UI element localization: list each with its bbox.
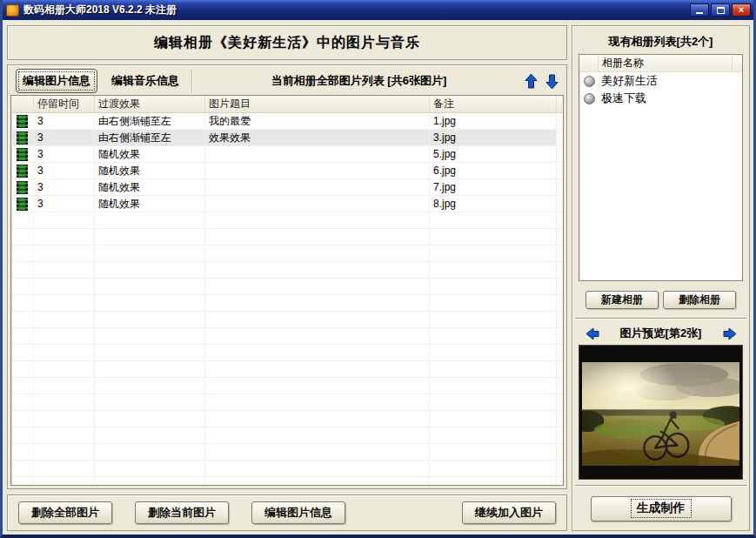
new-album-button[interactable]: 新建相册 <box>585 291 659 309</box>
delete-all-images-button[interactable]: 删除全部图片 <box>18 501 112 524</box>
window-controls: × <box>690 3 751 17</box>
table-row-empty <box>11 328 563 345</box>
right-arrow-icon <box>723 328 736 340</box>
film-strip-icon <box>17 131 28 145</box>
column-header-transition[interactable]: 过渡效果 <box>95 96 205 112</box>
title-bar: 数码相册大师2018 V6.2.2 未注册 × <box>3 0 753 20</box>
album-sphere-icon <box>584 93 595 104</box>
move-up-button[interactable] <box>520 71 541 91</box>
image-list-caption: 当前相册全部图片列表 [共6张图片] <box>197 73 520 89</box>
album-header-tail <box>732 55 742 71</box>
cell-note: 6.jpg <box>430 163 557 179</box>
film-strip-icon <box>17 198 28 211</box>
table-row[interactable]: 3由右侧渐铺至左效果效果3.jpg <box>11 130 563 146</box>
cell-title <box>205 163 430 179</box>
cell-title <box>205 146 430 163</box>
cell-transition: 随机效果 <box>95 196 205 212</box>
page-title: 编辑相册《美好新生活》中的图片与音乐 <box>7 25 567 60</box>
table-row[interactable]: 3由右侧渐铺至左我的最爱1.jpg <box>11 113 563 130</box>
left-column: 编辑相册《美好新生活》中的图片与音乐 编辑图片信息 编辑音乐信息 当前相册全部图… <box>7 25 567 531</box>
film-strip-icon <box>17 148 28 161</box>
left-arrow-icon <box>586 328 599 340</box>
table-row-empty <box>11 245 563 262</box>
edit-image-info-button[interactable]: 编辑图片信息 <box>251 501 345 524</box>
table-row-empty <box>11 477 563 486</box>
generate-button[interactable]: 生成制作 <box>591 496 732 521</box>
previous-image-button[interactable] <box>582 324 603 343</box>
column-header-icon <box>11 96 34 112</box>
tab-edit-music-info[interactable]: 编辑音乐信息 <box>108 71 183 91</box>
cell-title <box>205 196 430 212</box>
tab-edit-image-info[interactable]: 编辑图片信息 <box>16 69 97 93</box>
bottom-action-bar: 删除全部图片 删除当前图片 编辑图片信息 继续加入图片 <box>7 494 567 531</box>
table-row[interactable]: 3随机效果5.jpg <box>11 146 563 163</box>
cell-stay-time: 3 <box>34 196 95 212</box>
album-list-panel: 现有相册列表[共2个] 相册名称 美好新生活极速下载 新建相册 删除相册 <box>574 28 747 316</box>
column-header-stay-time[interactable]: 停留时间 <box>34 96 95 112</box>
cell-stay-time: 3 <box>34 163 95 179</box>
cell-note: 7.jpg <box>430 179 557 196</box>
album-name: 极速下载 <box>601 91 646 106</box>
album-list-body: 美好新生活极速下载 <box>579 72 742 107</box>
add-more-images-button[interactable]: 继续加入图片 <box>462 501 556 524</box>
move-down-button[interactable] <box>541 71 562 91</box>
cell-stay-time: 3 <box>34 179 95 196</box>
table-row[interactable]: 3随机效果6.jpg <box>11 163 563 179</box>
film-strip-icon <box>17 181 28 194</box>
main-area: 编辑相册《美好新生活》中的图片与音乐 编辑图片信息 编辑音乐信息 当前相册全部图… <box>3 20 753 535</box>
up-arrow-icon <box>525 74 538 89</box>
tab-row: 编辑图片信息 编辑音乐信息 当前相册全部图片列表 [共6张图片] <box>10 67 564 95</box>
cell-note: 5.jpg <box>430 146 557 163</box>
preview-title: 图片预览[第2张] <box>603 326 719 341</box>
next-image-button[interactable] <box>719 324 739 343</box>
table-row-empty <box>11 378 563 394</box>
album-list-item[interactable]: 极速下载 <box>579 90 742 107</box>
cell-note: 3.jpg <box>430 130 557 146</box>
maximize-button[interactable] <box>711 3 730 17</box>
table-row-empty <box>11 361 563 378</box>
table-row-empty <box>11 212 563 229</box>
minimize-button[interactable] <box>690 3 709 17</box>
preview-photo-cyclist <box>582 362 739 466</box>
cell-transition: 由右侧渐铺至左 <box>95 130 205 146</box>
table-row-empty <box>11 461 563 477</box>
table-row-empty <box>11 229 563 245</box>
cell-transition: 随机效果 <box>95 163 205 179</box>
window-title: 数码相册大师2018 V6.2.2 未注册 <box>23 3 686 17</box>
table-row[interactable]: 3随机效果7.jpg <box>11 179 563 196</box>
app-icon[interactable] <box>6 4 19 17</box>
column-header-title[interactable]: 图片题目 <box>205 96 430 112</box>
table-row-empty <box>11 427 563 444</box>
cell-stay-time: 3 <box>34 113 95 130</box>
table-row-empty <box>11 279 563 295</box>
album-panel-title: 现有相册列表[共2个] <box>579 33 743 50</box>
down-arrow-icon <box>545 74 559 89</box>
tab-divider <box>191 69 192 93</box>
album-buttons-row: 新建相册 删除相册 <box>579 286 743 313</box>
image-preview <box>579 345 743 480</box>
cell-stay-time: 3 <box>34 146 95 163</box>
right-column: 现有相册列表[共2个] 相册名称 美好新生活极速下载 新建相册 删除相册 <box>572 25 750 531</box>
image-table: 停留时间 过渡效果 图片题目 备注 3由右侧渐铺至左我的最爱1.jpg3由右侧渐… <box>10 95 564 486</box>
album-list-item[interactable]: 美好新生活 <box>579 72 742 90</box>
cell-title: 效果效果 <box>205 130 430 146</box>
cell-transition: 随机效果 <box>95 146 205 163</box>
album-sphere-icon <box>584 76 595 87</box>
cell-stay-time: 3 <box>34 130 95 146</box>
right-divider-bottom <box>575 485 746 487</box>
image-table-header: 停留时间 过渡效果 图片题目 备注 <box>11 96 563 113</box>
close-icon: × <box>739 5 744 15</box>
close-button[interactable]: × <box>732 3 751 17</box>
right-divider-top <box>575 318 746 319</box>
delete-current-image-button[interactable]: 删除当前图片 <box>135 501 229 524</box>
preview-header: 图片预览[第2张] <box>579 325 743 342</box>
album-list-header[interactable]: 相册名称 <box>579 55 742 72</box>
column-header-note[interactable]: 备注 <box>430 96 557 112</box>
image-list-panel: 编辑图片信息 编辑音乐信息 当前相册全部图片列表 [共6张图片] <box>7 64 567 489</box>
table-row-empty <box>11 312 563 328</box>
cell-title: 我的最爱 <box>205 113 430 130</box>
delete-album-button[interactable]: 删除相册 <box>663 291 736 309</box>
table-row[interactable]: 3随机效果8.jpg <box>11 196 563 212</box>
table-row-empty <box>11 345 563 361</box>
cell-transition: 由右侧渐铺至左 <box>95 113 205 130</box>
